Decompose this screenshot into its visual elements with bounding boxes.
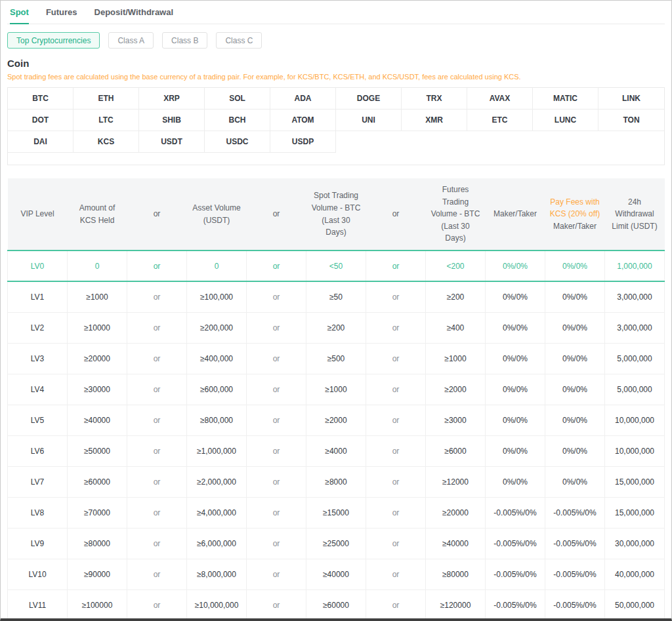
fee-table-cell: ≥10000 bbox=[68, 312, 127, 343]
fee-table-cell: ≥3000 bbox=[426, 405, 486, 435]
column-header-pay-fees-with-kcs: Pay Fees with KCS (20% off)Maker/Taker bbox=[545, 178, 605, 250]
fee-table-cell: -0.005%/0% bbox=[545, 528, 605, 559]
fee-table-cell: or bbox=[366, 435, 426, 466]
tab-spot[interactable]: Spot bbox=[10, 7, 29, 24]
column-header-or: or bbox=[247, 178, 306, 250]
fee-table-cell: -0.005%/0% bbox=[486, 590, 545, 620]
fee-table-cell: 1,000,000 bbox=[605, 250, 665, 281]
filter-class-b[interactable]: Class B bbox=[162, 32, 207, 49]
coin-xmr[interactable]: XMR bbox=[402, 110, 467, 131]
fee-table-cell: ≥1,000,000 bbox=[187, 435, 247, 466]
fee-table-cell: ≥1000 bbox=[306, 374, 366, 405]
fee-table-cell: ≥20000 bbox=[426, 497, 486, 528]
fee-table-cell: ≥6,000,000 bbox=[187, 528, 247, 559]
fee-table-header-row: VIP LevelAmount of KCS HeldorAsset Volum… bbox=[8, 178, 665, 250]
fee-table-cell: or bbox=[366, 405, 426, 435]
coin-eth[interactable]: ETH bbox=[74, 88, 139, 110]
fee-table-row-lv3: LV3≥20000or≥400,000or≥500or≥10000%/0%0%/… bbox=[8, 343, 665, 374]
vip-level-cell: LV3 bbox=[8, 343, 68, 374]
coin-ada[interactable]: ADA bbox=[270, 88, 336, 110]
fee-table-cell: ≥15000 bbox=[306, 497, 366, 528]
fee-table-cell: or bbox=[127, 343, 187, 374]
coin-shib[interactable]: SHIB bbox=[139, 110, 205, 131]
fee-table-cell: 0%/0% bbox=[486, 466, 545, 497]
fee-table-cell: 3,000,000 bbox=[605, 281, 665, 312]
fee-table-cell: 3,000,000 bbox=[605, 312, 665, 343]
fee-table-cell: or bbox=[127, 281, 187, 312]
coin-etc[interactable]: ETC bbox=[467, 110, 533, 131]
column-header-maker-taker: Maker/Taker bbox=[486, 178, 545, 250]
coin-kcs[interactable]: KCS bbox=[74, 131, 139, 153]
coin-btc[interactable]: BTC bbox=[8, 88, 74, 110]
fee-table-cell: 0%/0% bbox=[545, 374, 605, 405]
fee-table-cell: ≥2000 bbox=[426, 374, 486, 405]
coin-link[interactable]: LINK bbox=[598, 88, 664, 110]
vip-level-cell: LV9 bbox=[8, 528, 68, 559]
fee-table-cell: or bbox=[127, 435, 187, 466]
column-header-vip-level: VIP Level bbox=[8, 178, 68, 250]
coin-bch[interactable]: BCH bbox=[205, 110, 270, 131]
fee-table-cell: ≥40000 bbox=[306, 559, 366, 590]
fee-table-cell: ≥800,000 bbox=[187, 405, 247, 435]
coin-avax[interactable]: AVAX bbox=[467, 88, 533, 110]
fee-table-cell: or bbox=[247, 590, 306, 620]
fee-table-cell: ≥30000 bbox=[68, 374, 127, 405]
coin-atom[interactable]: ATOM bbox=[270, 110, 336, 131]
coin-usdc[interactable]: USDC bbox=[205, 131, 270, 153]
coin-grid: BTCETHXRPSOLADADOGETRXAVAXMATICLINKDOTLT… bbox=[8, 88, 664, 153]
fee-table-cell: -0.005%/0% bbox=[486, 528, 545, 559]
fee-table-cell: ≥6000 bbox=[426, 435, 486, 466]
market-tabs: SpotFuturesDeposit/Withdrawal bbox=[7, 1, 665, 24]
fee-table-cell: or bbox=[127, 312, 187, 343]
fee-table-cell: ≥4000 bbox=[306, 435, 366, 466]
fee-table-cell: ≥60000 bbox=[306, 590, 366, 620]
fee-table-cell: ≥600,000 bbox=[187, 374, 247, 405]
coin-usdt[interactable]: USDT bbox=[139, 131, 205, 153]
filter-top-cryptocurrencies[interactable]: Top Cryptocurrencies bbox=[7, 32, 100, 49]
coin-uni[interactable]: UNI bbox=[336, 110, 402, 131]
coin-doge[interactable]: DOGE bbox=[336, 88, 402, 110]
fee-table-cell: 30,000,000 bbox=[605, 528, 665, 559]
kcs-discount-header-text: Pay Fees with KCS (20% off) bbox=[550, 196, 600, 220]
fee-table-cell: ≥70000 bbox=[68, 497, 127, 528]
fee-table-cell: or bbox=[366, 590, 426, 620]
coin-xrp[interactable]: XRP bbox=[139, 88, 205, 110]
fee-table-header: VIP LevelAmount of KCS HeldorAsset Volum… bbox=[8, 178, 665, 250]
fee-table-cell: ≥1000 bbox=[68, 281, 127, 312]
coin-usdp[interactable]: USDP bbox=[270, 131, 336, 153]
fee-table-cell: 0%/0% bbox=[486, 343, 545, 374]
fee-table-row-lv10: LV10≥90000or≥8,000,000or≥40000or≥80000-0… bbox=[8, 559, 665, 590]
fee-table-cell: 5,000,000 bbox=[605, 374, 665, 405]
fee-table-cell: ≥120000 bbox=[426, 590, 486, 620]
coin-matic[interactable]: MATIC bbox=[533, 88, 598, 110]
filter-class-a[interactable]: Class A bbox=[108, 32, 154, 49]
coin-trx[interactable]: TRX bbox=[402, 88, 467, 110]
fee-table-cell: or bbox=[247, 528, 306, 559]
fee-table-cell: 0%/0% bbox=[486, 250, 545, 281]
coin-class-filters: Top CryptocurrenciesClass AClass BClass … bbox=[7, 32, 665, 49]
fee-table-cell: ≥20000 bbox=[68, 343, 127, 374]
fee-table-cell: -0.005%/0% bbox=[545, 497, 605, 528]
coin-dot[interactable]: DOT bbox=[8, 110, 74, 131]
fee-table-cell: or bbox=[127, 405, 187, 435]
filter-class-c[interactable]: Class C bbox=[216, 32, 262, 49]
fee-table-cell: or bbox=[247, 559, 306, 590]
fee-table-cell: 0%/0% bbox=[545, 435, 605, 466]
fee-table-cell: ≥12000 bbox=[426, 466, 486, 497]
column-header-spot-trading-volume-btc-last-30-days: Spot Trading Volume - BTC (Last 30 Days) bbox=[306, 178, 366, 250]
fee-table-row-lv6: LV6≥50000or≥1,000,000or≥4000or≥60000%/0%… bbox=[8, 435, 665, 466]
column-header-or: or bbox=[127, 178, 187, 250]
fee-table-row-lv7: LV7≥60000or≥2,000,000or≥8000or≥120000%/0… bbox=[8, 466, 665, 497]
coin-dai[interactable]: DAI bbox=[8, 131, 74, 153]
coin-ltc[interactable]: LTC bbox=[74, 110, 139, 131]
coin-ton[interactable]: TON bbox=[598, 110, 664, 131]
coin-sol[interactable]: SOL bbox=[205, 88, 270, 110]
fee-table-row-lv2: LV2≥10000or≥200,000or≥200or≥4000%/0%0%/0… bbox=[8, 312, 665, 343]
fee-table-cell: or bbox=[127, 466, 187, 497]
fee-table-cell: 0%/0% bbox=[545, 466, 605, 497]
fee-table-row-lv8: LV8≥70000or≥4,000,000or≥15000or≥20000-0.… bbox=[8, 497, 665, 528]
tab-deposit-withdrawal[interactable]: Deposit/Withdrawal bbox=[94, 7, 174, 24]
coin-lunc[interactable]: LUNC bbox=[533, 110, 598, 131]
fee-table-cell: 0%/0% bbox=[545, 312, 605, 343]
tab-futures[interactable]: Futures bbox=[46, 7, 77, 24]
